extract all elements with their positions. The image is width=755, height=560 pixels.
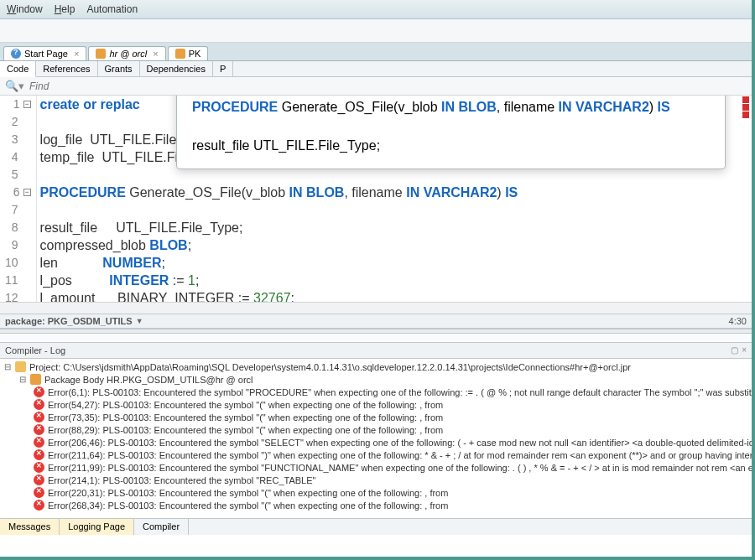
tab-label: PK: [189, 49, 201, 59]
tab-package[interactable]: PK: [168, 46, 209, 60]
cursor-position: 4:30: [729, 316, 747, 326]
line-gutter: 1− 2 3 4 5 6− 7 8 9 10 11 12: [0, 96, 37, 307]
toolbar: [0, 19, 752, 43]
bottom-tab-compiler[interactable]: Compiler: [134, 519, 189, 535]
menu-window[interactable]: Window: [7, 3, 43, 15]
close-icon[interactable]: ×: [742, 345, 747, 355]
error-icon: [34, 424, 44, 435]
search-bar: 🔍▾: [0, 77, 752, 96]
error-icon: [34, 437, 44, 448]
sub-tab-references[interactable]: References: [36, 61, 97, 76]
code-editor[interactable]: 1− 2 3 4 5 6− 7 8 9 10 11 12 create or r…: [0, 96, 752, 314]
bottom-tab-messages[interactable]: Messages: [0, 519, 60, 535]
help-icon: [11, 49, 21, 59]
sub-tab-code[interactable]: Code: [0, 61, 36, 77]
fold-icon[interactable]: −: [23, 189, 31, 196]
close-icon[interactable]: ×: [74, 49, 79, 59]
sub-tabs: Code References Grants Dependencies P: [0, 61, 752, 77]
menu-help[interactable]: Help: [55, 3, 76, 15]
minimize-icon[interactable]: ▢: [731, 345, 738, 355]
error-row[interactable]: Error(54,27): PLS-00103: Encountered the…: [3, 398, 748, 411]
tree-collapse-icon[interactable]: ⊟: [18, 375, 27, 384]
search-icon[interactable]: 🔍▾: [5, 80, 24, 92]
error-row[interactable]: Error(206,46): PLS-00103: Encountered th…: [3, 436, 748, 449]
sub-tab-more[interactable]: P: [213, 61, 233, 76]
package-label: package: PKG_OSDM_UTILS: [5, 316, 133, 326]
error-overview-ruler[interactable]: [742, 96, 752, 314]
panel-title: Compiler - Log: [5, 345, 65, 355]
bottom-tab-logging[interactable]: Logging Page: [60, 519, 134, 535]
error-icon: [34, 449, 44, 460]
search-input[interactable]: [29, 80, 747, 92]
editor-status-bar: package: PKG_OSDM_UTILS ▼ 4:30: [0, 314, 752, 329]
compiler-panel-header: Compiler - Log ▢ ×: [0, 342, 752, 359]
dropdown-icon[interactable]: ▼: [136, 317, 143, 325]
menu-automation[interactable]: Automation: [86, 3, 138, 15]
package-icon: [175, 49, 185, 59]
tab-start-page[interactable]: Start Page ×: [3, 46, 86, 60]
close-icon[interactable]: ×: [153, 49, 158, 59]
database-icon: [96, 49, 106, 59]
error-row[interactable]: Error(211,64): PLS-00103: Encountered th…: [3, 449, 748, 461]
sub-tab-grants[interactable]: Grants: [98, 61, 140, 76]
tab-label: hr @ orcl: [109, 49, 147, 59]
tree-collapse-icon[interactable]: ⊟: [3, 362, 12, 371]
code-tooltip: temp_file UTL_FILE.File_Type PROCEDURE G…: [176, 96, 726, 169]
package-icon: [30, 374, 41, 385]
error-icon: [34, 399, 44, 410]
error-icon: [34, 412, 44, 423]
error-row[interactable]: Error(220,31): PLS-00103: Encountered th…: [3, 486, 748, 499]
sub-tab-dependencies[interactable]: Dependencies: [140, 61, 213, 76]
horizontal-scrollbar[interactable]: [0, 302, 752, 314]
error-row[interactable]: Error(211,99): PLS-00103: Encountered th…: [3, 461, 748, 474]
error-row[interactable]: Error(268,34): PLS-00103: Encountered th…: [3, 499, 748, 511]
error-row[interactable]: Error(73,35): PLS-00103: Encountered the…: [3, 411, 748, 423]
error-icon: [34, 500, 44, 511]
error-row[interactable]: Error(88,29): PLS-00103: Encountered the…: [3, 423, 748, 436]
error-icon: [34, 386, 44, 397]
tab-label: Start Page: [24, 49, 68, 59]
editor-tabs: Start Page × hr @ orcl × PK: [0, 43, 752, 61]
error-row[interactable]: Error(214,1): PLS-00103: Encountered the…: [3, 474, 748, 486]
compiler-log[interactable]: ⊟Project: C:\Users\jdsmith\AppData\Roami…: [0, 359, 752, 518]
error-icon: [34, 487, 44, 498]
error-icon: [34, 474, 44, 485]
error-icon: [34, 462, 44, 473]
tab-connection[interactable]: hr @ orcl ×: [88, 46, 165, 60]
project-icon: [15, 361, 26, 372]
bottom-tabs: Messages Logging Page Compiler: [0, 518, 752, 535]
fold-icon[interactable]: −: [23, 101, 31, 108]
menu-bar: Window Help Automation: [0, 0, 752, 19]
error-row[interactable]: Error(6,1): PLS-00103: Encountered the s…: [3, 386, 748, 398]
